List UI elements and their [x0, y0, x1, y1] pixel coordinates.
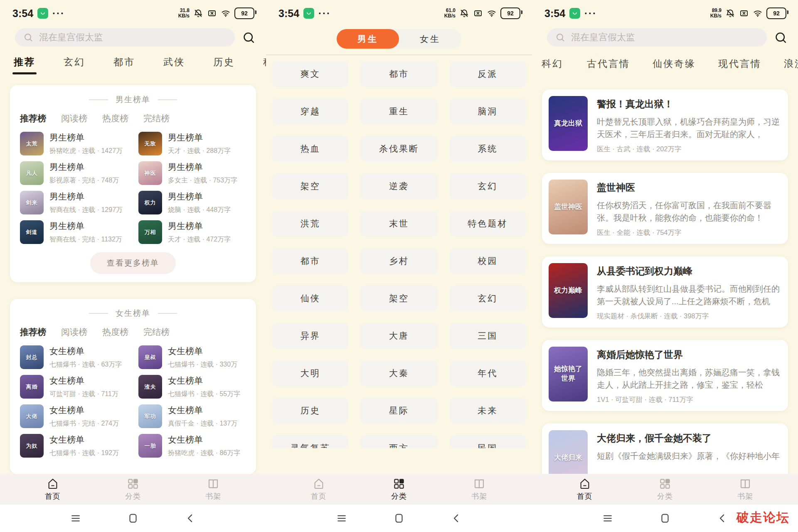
- search-input[interactable]: 混在皇宫假太监: [547, 28, 767, 47]
- category-tab[interactable]: 现代言情: [718, 57, 761, 76]
- book-card[interactable]: 权力巅峰 从县委书记到权力巅峰 李威从部队转到红山县做县委书记。而他刚到任的第一…: [542, 256, 788, 328]
- book-item[interactable]: 离婚 女生榜单 可盐可甜 · 连载 · 711万: [20, 375, 128, 399]
- book-meta: 七猫爆书 · 连载 · 63万字: [49, 360, 122, 369]
- book-card[interactable]: 她惊艳了世界 离婚后她惊艳了世界 隐婚三年，他突然提出离婚，苏婳忍痛一笑，拿钱走…: [542, 340, 788, 411]
- nav-item[interactable]: 首页: [566, 478, 603, 501]
- nav-item[interactable]: 首页: [34, 478, 71, 501]
- rank-tab[interactable]: 推荐榜: [20, 326, 46, 338]
- book-card[interactable]: 盖世神医 盖世神医 任你权势滔天，任你富可敌国，在我面前不要嚣张。我是叶秋，能救…: [542, 173, 788, 244]
- back-icon[interactable]: [450, 512, 463, 525]
- category-button[interactable]: 末世: [361, 211, 437, 236]
- book-item[interactable]: 凡人 男生榜单 影视原著 · 完结 · 748万: [20, 161, 128, 185]
- menu-icon[interactable]: [601, 512, 614, 525]
- book-card[interactable]: 真龙出狱 警报！真龙出狱！ 叶楚替兄长顶罪入狱，机缘巧合拜药皇为师，习逆天医术，…: [542, 89, 788, 160]
- nav-item[interactable]: 书架: [195, 478, 232, 501]
- rank-tab[interactable]: 推荐榜: [20, 113, 46, 124]
- book-item[interactable]: 神医 男生榜单 多女主 · 连载 · 753万字: [138, 161, 246, 185]
- category-tab[interactable]: 仙侠奇缘: [653, 57, 696, 76]
- category-button[interactable]: 大唐: [361, 323, 437, 349]
- category-tab[interactable]: 科幻: [540, 57, 564, 76]
- rank-tab[interactable]: 阅读榜: [61, 326, 87, 338]
- book-item[interactable]: 渣夫 女生榜单 七猫爆书 · 连载 · 55万字: [138, 375, 246, 399]
- category-button[interactable]: 都市: [361, 61, 437, 87]
- search-button[interactable]: [774, 31, 787, 44]
- category-button[interactable]: 民国: [450, 435, 526, 448]
- book-item[interactable]: 万相 男生榜单 天才 · 连载 · 472万字: [138, 220, 246, 244]
- book-item[interactable]: 为奴 女生榜单 七猫爆书 · 连载 · 192万: [20, 434, 128, 458]
- nav-item[interactable]: 分类: [380, 478, 418, 501]
- category-button[interactable]: 反派: [450, 61, 526, 87]
- square-icon[interactable]: [127, 512, 139, 525]
- category-tab[interactable]: 都市: [112, 56, 136, 74]
- category-button[interactable]: 洪荒: [272, 211, 348, 236]
- category-button[interactable]: 架空: [272, 173, 348, 199]
- book-item[interactable]: 皇叔 女生榜单 七猫爆书 · 连载 · 330万: [138, 345, 246, 369]
- category-button[interactable]: 玄幻: [450, 286, 526, 311]
- category-button[interactable]: 大秦: [361, 360, 437, 386]
- back-icon[interactable]: [184, 512, 197, 525]
- category-button[interactable]: 仙侠: [272, 286, 348, 311]
- category-button[interactable]: 都市: [272, 248, 348, 274]
- rank-tab[interactable]: 热度榜: [102, 113, 128, 124]
- category-button[interactable]: 校园: [450, 248, 526, 274]
- book-item[interactable]: 封总 女生榜单 七猫爆书 · 连载 · 63万字: [20, 345, 128, 369]
- book-item[interactable]: 大佬 女生榜单 七猫爆书 · 完结 · 274万: [20, 404, 128, 428]
- search-button[interactable]: [242, 31, 255, 44]
- category-button[interactable]: 大明: [272, 360, 348, 386]
- nav-item[interactable]: 分类: [646, 478, 684, 501]
- book-item[interactable]: 无敌 男生榜单 天才 · 连载 · 288万字: [138, 132, 246, 155]
- nav-item[interactable]: 书架: [727, 478, 764, 501]
- book-item[interactable]: 太荒 男生榜单 扮猪吃虎 · 连载 · 1427万: [20, 132, 128, 155]
- category-tab[interactable]: 历史: [212, 56, 236, 74]
- category-tab[interactable]: 玄幻: [62, 56, 86, 74]
- book-cover: 剑道: [20, 220, 44, 244]
- category-button[interactable]: 玄幻: [450, 173, 526, 199]
- rank-tab[interactable]: 热度榜: [102, 326, 128, 338]
- category-button[interactable]: 西方: [361, 435, 437, 448]
- category-tab[interactable]: 古代言情: [587, 57, 630, 76]
- rank-tab[interactable]: 完结榜: [143, 113, 170, 124]
- rank-tab[interactable]: 完结榜: [143, 326, 170, 338]
- data-saver-icon: [207, 8, 217, 18]
- square-icon[interactable]: [393, 512, 405, 525]
- category-button[interactable]: 穿越: [272, 99, 348, 124]
- category-button[interactable]: 脑洞: [450, 99, 526, 124]
- square-icon[interactable]: [659, 512, 671, 525]
- menu-icon[interactable]: [335, 512, 348, 525]
- gender-toggle-option[interactable]: 女生: [399, 29, 461, 49]
- menu-icon[interactable]: [69, 512, 82, 525]
- category-button[interactable]: 系统: [450, 136, 526, 162]
- gender-toggle-option[interactable]: 男生: [337, 29, 399, 49]
- category-button[interactable]: 杀伐果断: [361, 136, 437, 162]
- category-button[interactable]: 重生: [361, 99, 437, 124]
- category-button[interactable]: 年代: [450, 360, 526, 386]
- category-button[interactable]: 乡村: [361, 248, 437, 274]
- category-tab[interactable]: 科幻: [262, 56, 266, 74]
- back-icon[interactable]: [716, 512, 729, 525]
- category-button[interactable]: 特色题材: [450, 211, 526, 236]
- more-rank-button[interactable]: 查看更多榜单: [90, 252, 176, 274]
- category-button[interactable]: 异界: [272, 323, 348, 349]
- category-tab[interactable]: 推荐: [12, 56, 37, 74]
- nav-item[interactable]: 书架: [461, 478, 498, 501]
- nav-item[interactable]: 首页: [300, 478, 337, 501]
- category-button[interactable]: 爽文: [272, 61, 348, 87]
- category-button[interactable]: 架空: [361, 286, 437, 311]
- category-tab[interactable]: 浪漫青春: [784, 57, 798, 76]
- category-button[interactable]: 星际: [361, 398, 437, 424]
- category-button[interactable]: 历史: [272, 398, 348, 424]
- book-item[interactable]: 剑道 男生榜单 智商在线 · 完结 · 1132万: [20, 220, 128, 244]
- category-button[interactable]: 未来: [450, 398, 526, 424]
- nav-item[interactable]: 分类: [114, 478, 152, 501]
- category-tab[interactable]: 武侠: [162, 56, 186, 74]
- category-button[interactable]: 灵气复苏: [272, 435, 348, 448]
- rank-tab[interactable]: 阅读榜: [61, 113, 87, 124]
- book-item[interactable]: 军功 女生榜单 真假千金 · 连载 · 137万: [138, 404, 246, 428]
- book-item[interactable]: 剑来 男生榜单 智商在线 · 连载 · 1297万: [20, 191, 128, 214]
- category-button[interactable]: 逆袭: [361, 173, 437, 199]
- book-item[interactable]: 一胎 女生榜单 扮猪吃虎 · 连载 · 86万字: [138, 434, 246, 458]
- category-button[interactable]: 热血: [272, 136, 348, 162]
- search-input[interactable]: 混在皇宫假太监: [15, 28, 235, 47]
- book-item[interactable]: 权力 男生榜单 烧脑 · 连载 · 448万字: [138, 191, 246, 214]
- category-button[interactable]: 三国: [450, 323, 526, 349]
